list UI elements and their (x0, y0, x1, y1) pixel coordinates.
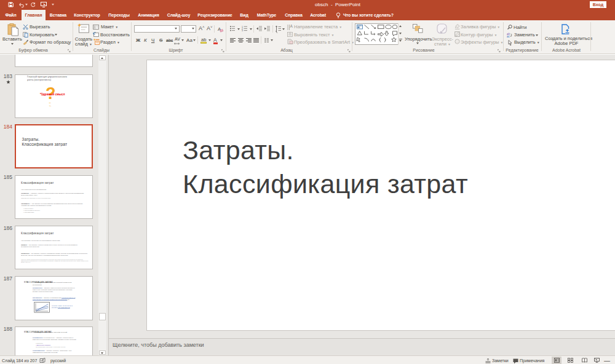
svg-text:А: А (290, 24, 293, 28)
svg-text:3: 3 (242, 30, 243, 32)
svg-text:ac: ac (507, 35, 510, 38)
